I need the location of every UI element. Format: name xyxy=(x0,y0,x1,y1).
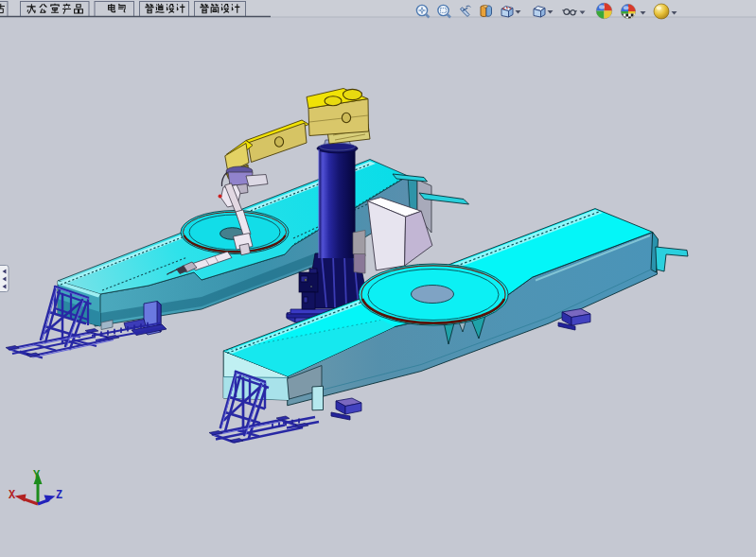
svg-text:Z: Z xyxy=(56,489,62,502)
svg-text:X: X xyxy=(9,489,16,502)
svg-text:Y: Y xyxy=(33,469,41,482)
